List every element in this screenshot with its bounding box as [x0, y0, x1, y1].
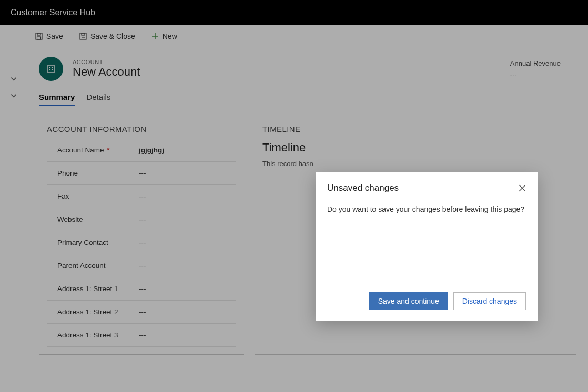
dialog-header: Unsaved changes — [327, 183, 526, 193]
dialog-message: Do you want to save your changes before … — [327, 205, 526, 213]
dialog-title: Unsaved changes — [327, 183, 399, 193]
discard-changes-button[interactable]: Discard changes — [453, 292, 526, 310]
unsaved-changes-dialog: Unsaved changes Do you want to save your… — [316, 172, 538, 321]
close-icon[interactable] — [519, 184, 526, 192]
dialog-buttons: Save and continue Discard changes — [327, 292, 526, 310]
save-and-continue-button[interactable]: Save and continue — [369, 292, 448, 310]
